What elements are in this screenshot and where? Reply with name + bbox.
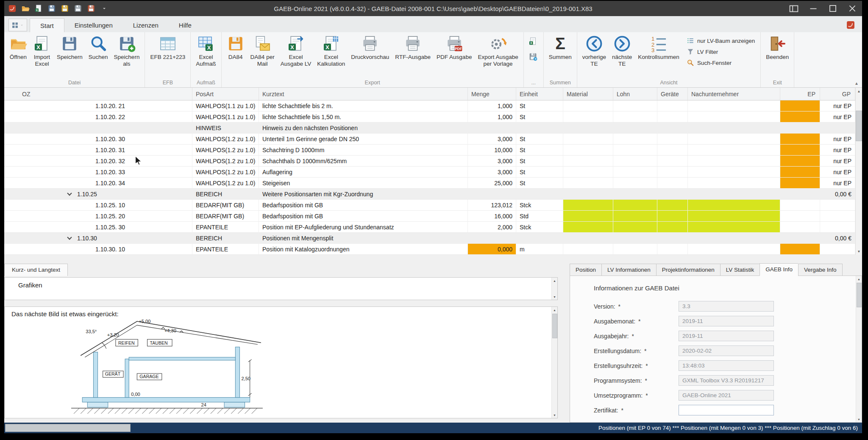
expander-icon[interactable] — [67, 235, 72, 239]
ribbon-button-speichern[interactable]: Speichern — [54, 33, 86, 69]
scroll-track[interactable] — [856, 282, 862, 416]
ribbon-button-export-ausgabe-per-vorlage[interactable]: Export Ausgabe per Vorlage — [475, 33, 521, 69]
field-input-umsetzprogramm[interactable] — [679, 390, 774, 401]
table-row[interactable]: 1.10.20. 33WAHLPOS(1.2 zu 1.0)Auflagerin… — [4, 167, 855, 178]
table-row[interactable]: 1.10.20. 34WAHLPOS(1.2 zu 1.0)Steigeisen… — [4, 178, 855, 189]
scroll-thumb[interactable] — [857, 283, 862, 307]
minimize-button[interactable] — [804, 1, 823, 16]
column-header-nachunternehmer[interactable]: Nachunternehmer — [688, 88, 780, 100]
ribbon-button-kontrollsummen[interactable]: 123Kontrollsummen — [635, 33, 682, 69]
column-header-material[interactable]: Material — [563, 88, 613, 100]
table-row[interactable]: 1.10.25BEREICHWeitere Positionsarten mit… — [4, 189, 855, 200]
field-input-ausgabejahr[interactable] — [679, 331, 774, 341]
scroll-thumb[interactable] — [856, 111, 862, 141]
grid-vertical-scrollbar[interactable]: ▲ ▼ — [855, 88, 862, 255]
ribbon-collapse-button[interactable]: ▲ — [854, 81, 859, 86]
field-input-erstellungsdatum[interactable] — [679, 345, 774, 356]
table-row[interactable]: 1.10.20. 22WAHLPOS(1.1 zu 1.0)lichte Sch… — [4, 111, 855, 123]
scroll-down-icon[interactable]: ▼ — [552, 294, 557, 300]
longtext-scrollbar[interactable]: ▲ ▼ — [551, 307, 557, 418]
scroll-up-icon[interactable]: ▲ — [552, 307, 557, 313]
panel-button[interactable] — [784, 1, 804, 16]
expander-icon[interactable] — [67, 191, 72, 195]
scroll-track[interactable] — [552, 313, 557, 412]
menu-tab-einstellungen[interactable]: Einstellungen — [64, 18, 123, 32]
tab-kurz-und-langtext[interactable]: Kurz- und Langtext — [4, 264, 68, 276]
ribbon-button-da84[interactable]: DA84 — [224, 33, 248, 69]
column-header-posart[interactable]: PosArt — [192, 88, 259, 100]
field-input-version[interactable] — [679, 301, 774, 312]
ribbon-button-such-fenster[interactable]: Such-Fenster — [687, 59, 755, 67]
ribbon-button-da84-per-mail[interactable]: DA84 per Mail — [248, 33, 278, 69]
ribbon-button-excel-aufmaß[interactable]: XExcel Aufmaß — [193, 33, 219, 69]
tab-projektinformationen[interactable]: Projektinformationen — [656, 264, 720, 276]
tab-position[interactable]: Position — [570, 264, 601, 276]
scroll-down-icon[interactable]: ▼ — [856, 248, 862, 255]
menu-tab-hilfe[interactable]: Hilfe — [169, 18, 202, 32]
ribbon-button-nur-lv-baum-anzeigen[interactable]: nur LV-Baum anzeigen — [687, 37, 755, 45]
ribbon-button-rtf-ausgabe[interactable]: RTF-Ausgabe — [392, 33, 434, 69]
column-header-gp[interactable]: GP — [820, 88, 855, 100]
ribbon-button-speichern-als[interactable]: Speichern als — [111, 33, 143, 69]
quick-access-menu-button[interactable] — [100, 4, 109, 13]
ribbon-button-lv-filter[interactable]: LV Filter — [687, 48, 755, 56]
excel-import-button[interactable]: X — [34, 4, 43, 13]
ribbon-button-summen[interactable]: ΣSummen — [546, 33, 575, 69]
ribbon-button-nächste-te[interactable]: nächste TE — [609, 33, 635, 69]
tab-lv-statistik[interactable]: LV Statistik — [720, 264, 760, 276]
column-header-kurztext[interactable]: Kurztext — [259, 88, 468, 100]
table-row[interactable]: 1.10.25. 30EPANTEILEPosition mit EP-Aufg… — [4, 222, 855, 233]
table-row[interactable]: 1.10.25. 10BEDARF(MIT GB)Bedarfsposition… — [4, 200, 855, 211]
table-row[interactable]: 1.10.30BEREICHPositionen mit Mengensplit… — [4, 233, 855, 244]
scroll-down-icon[interactable]: ▼ — [552, 412, 557, 418]
scroll-up-icon[interactable]: ▲ — [856, 88, 862, 95]
save-red-button[interactable] — [86, 4, 96, 13]
ribbon-button-efb-221+223[interactable]: EFB 221+223 — [147, 33, 188, 69]
column-header-lohn[interactable]: Lohn — [613, 88, 657, 100]
menu-launcher-button[interactable] — [8, 19, 27, 31]
tab-lv-informationen[interactable]: LV Informationen — [601, 264, 656, 276]
ribbon-button-excel-small[interactable]: X — [529, 37, 539, 47]
table-row[interactable]: 1.10.20. 32WAHLPOS(1.2 zu 1.0)Schachthal… — [4, 156, 855, 167]
column-header-ep[interactable]: EP — [780, 88, 820, 100]
table-row[interactable]: 1.10.20. 30WAHLPOS(1.2 zu 1.0)Unterteil … — [4, 134, 855, 145]
table-row[interactable]: HINWEISHinweis zu den nächsten Positione… — [4, 123, 855, 134]
open-folder-button[interactable] — [21, 4, 30, 13]
maximize-button[interactable] — [823, 1, 843, 16]
scroll-track[interactable] — [856, 95, 862, 248]
table-row[interactable]: 1.10.20. 31WAHLPOS(1.2 zu 1.0)Schachtrin… — [4, 145, 855, 156]
ribbon-button-vorherige-te[interactable]: vorherige TE — [579, 33, 609, 69]
column-header-einheit[interactable]: Einheit — [516, 88, 563, 100]
info-scrollbar[interactable]: ▲ ▼ — [856, 276, 862, 422]
scroll-up-icon[interactable]: ▲ — [552, 278, 557, 284]
close-button[interactable] — [843, 1, 862, 16]
ribbon-button-druckvorschau[interactable]: Druckvorschau — [348, 33, 392, 69]
app-logo-button[interactable] — [8, 4, 17, 13]
menu-tab-lizenzen[interactable]: Lizenzen — [123, 18, 169, 32]
table-row[interactable]: 1.10.30. 10EPANTEILEPosition mit Katalog… — [4, 244, 855, 255]
field-input-zertifikat[interactable] — [679, 405, 774, 415]
ribbon-button-beenden[interactable]: Beenden — [763, 33, 792, 69]
scroll-down-icon[interactable]: ▼ — [856, 416, 862, 422]
ribbon-button-save-sync[interactable] — [529, 52, 539, 62]
menu-tab-start[interactable]: Start — [30, 18, 64, 32]
ribbon-button-pdf-ausgabe[interactable]: PDFPDF Ausgabe — [434, 33, 475, 69]
save-yellow-button[interactable] — [60, 4, 70, 13]
ribbon-button-excel-ausgabe-lv[interactable]: XExcel Ausgabe LV — [278, 33, 314, 69]
column-header-oz[interactable]: OZ — [4, 88, 192, 100]
ribbon-button-import-excel[interactable]: XImport Excel — [30, 33, 54, 69]
scroll-track[interactable] — [552, 284, 557, 294]
tab-vergabe-info[interactable]: Vergabe Info — [798, 264, 843, 276]
scroll-thumb[interactable] — [552, 314, 557, 338]
scroll-up-icon[interactable]: ▲ — [856, 276, 862, 282]
save-gray-button[interactable] — [73, 4, 83, 13]
graphics-scrollbar[interactable]: ▲ ▼ — [551, 278, 557, 300]
column-header-geräte[interactable]: Geräte — [657, 88, 688, 100]
ribbon-button-suchen[interactable]: Suchen — [86, 33, 111, 69]
ribbon-button-öffnen[interactable]: Öffnen — [6, 33, 30, 69]
field-input-erstellungsuhrzeit[interactable] — [679, 360, 774, 371]
ribbon-button-excel-kalkulation[interactable]: XExcel Kalkulation — [314, 33, 348, 69]
table-row[interactable]: 1.10.25. 20BEDARF(MIT GB)Bedarfsposition… — [4, 211, 855, 222]
column-header-menge[interactable]: Menge — [468, 88, 516, 100]
field-input-programmsystem[interactable] — [679, 375, 774, 386]
